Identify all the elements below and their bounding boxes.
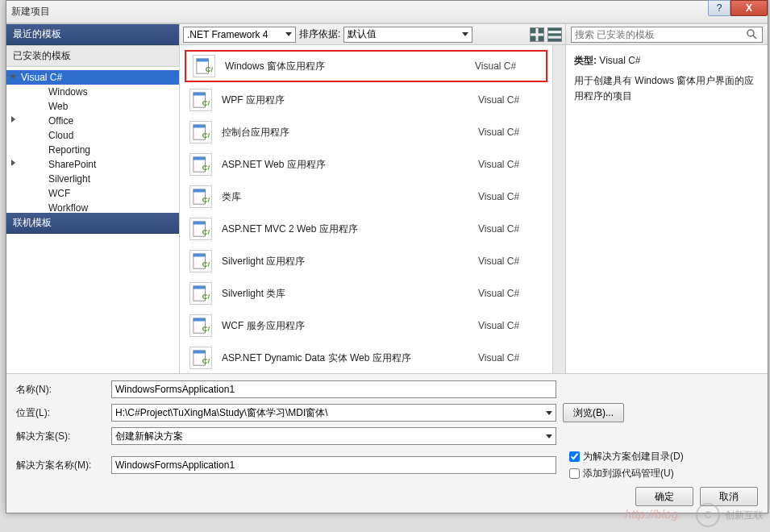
solname-input[interactable]: WindowsFormsApplication1 (111, 456, 556, 474)
template-name: Windows 窗体应用程序 (225, 60, 475, 73)
template-lang: Visual C# (478, 191, 543, 202)
chevron-down-icon (285, 32, 292, 36)
svg-rect-32 (194, 318, 206, 322)
tree-item[interactable]: Web (6, 99, 179, 114)
solution-label: 解决方案(S): (16, 430, 105, 443)
template-row[interactable]: C#控制台应用程序Visual C# (183, 116, 549, 148)
svg-text:C#: C# (202, 196, 210, 204)
template-lang: Visual C# (475, 60, 539, 72)
source-control-checkbox[interactable]: 添加到源代码管理(U) (569, 467, 684, 480)
tree-item[interactable]: Workflow (6, 201, 179, 213)
tree-item-label: Windows (48, 86, 88, 98)
tree-item[interactable]: WCF (6, 186, 179, 201)
template-row[interactable]: C#ASP.NET MVC 2 Web 应用程序Visual C# (183, 213, 549, 245)
framework-value: .NET Framework 4 (187, 29, 268, 40)
svg-text:C#: C# (202, 228, 210, 236)
sort-combo[interactable]: 默认值 (343, 27, 472, 43)
titlebar[interactable]: 新建项目 ? X (6, 1, 768, 23)
tree-item[interactable]: Office (6, 114, 179, 128)
svg-text:C#: C# (202, 99, 210, 107)
search-field[interactable] (575, 29, 746, 40)
ok-button[interactable]: 确定 (635, 487, 693, 506)
help-button[interactable]: ? (708, 0, 730, 16)
tree-item[interactable]: Silverlight (6, 172, 179, 186)
template-row[interactable]: C#Silverlight 类库Visual C# (183, 277, 549, 310)
view-details-button[interactable] (547, 27, 562, 42)
tree-item[interactable]: Windows (6, 85, 179, 99)
svg-rect-20 (194, 189, 206, 193)
template-icon: C# (189, 314, 212, 337)
sidebar-header-installed[interactable]: 已安装的模板 (6, 45, 179, 67)
framework-combo[interactable]: .NET Framework 4 (183, 27, 296, 43)
template-row[interactable]: C#Silverlight 应用程序Visual C# (183, 245, 549, 277)
template-row[interactable]: C#WCF 服务应用程序Visual C# (183, 310, 549, 342)
create-dir-checkbox[interactable]: 为解决方案创建目录(D) (569, 450, 684, 463)
chevron-down-icon (462, 32, 468, 36)
template-icon: C# (189, 153, 212, 176)
svg-text:C#: C# (202, 293, 210, 301)
template-name: Silverlight 类库 (222, 287, 478, 301)
sidebar: 最近的模板 已安装的模板 Visual C#WindowsWebOfficeCl… (6, 24, 180, 373)
search-input[interactable] (571, 27, 763, 43)
type-label: 类型: (574, 55, 597, 66)
svg-rect-0 (531, 28, 535, 33)
tree-item[interactable]: Visual C# (6, 70, 179, 85)
svg-point-37 (747, 30, 754, 36)
template-name: Silverlight 应用程序 (222, 255, 478, 268)
location-label: 位置(L): (16, 406, 105, 420)
svg-rect-14 (194, 125, 206, 128)
view-small-icons-button[interactable] (530, 27, 544, 42)
sort-label: 排序依据: (299, 27, 340, 41)
svg-text:C#: C# (202, 131, 210, 139)
svg-rect-2 (531, 35, 535, 40)
tree-item-label: WCF (48, 188, 70, 199)
template-icon: C# (189, 282, 212, 305)
template-icon: C# (189, 121, 212, 143)
template-row[interactable]: C#ASP.NET Dynamic Data 实体 Web 应用程序Visual… (183, 342, 549, 373)
svg-text:C#: C# (202, 260, 210, 268)
template-row[interactable]: C#Windows 窗体应用程序Visual C# (185, 50, 547, 82)
expand-icon (10, 75, 16, 82)
template-lang: Visual C# (478, 159, 543, 170)
center-panel: .NET Framework 4 排序依据: 默认值 C#Windows 窗体应… (180, 24, 566, 373)
svg-text:C#: C# (202, 325, 210, 333)
expand-icon (11, 160, 15, 166)
svg-rect-35 (194, 351, 206, 354)
name-input[interactable]: WindowsFormsApplication1 (111, 380, 556, 398)
template-name: ASP.NET MVC 2 Web 应用程序 (222, 222, 478, 236)
template-name: WCF 服务应用程序 (222, 319, 478, 333)
watermark-brand: C 创新互联 (696, 503, 764, 527)
template-name: ASP.NET Web 应用程序 (222, 158, 478, 172)
location-combo[interactable]: H:\C#Project\TuXingMa\Study\窗体学习\MDI窗体\ (111, 404, 556, 422)
tree-item[interactable]: Reporting (6, 143, 179, 157)
template-row[interactable]: C#ASP.NET Web 应用程序Visual C# (183, 148, 549, 181)
template-icon: C# (193, 55, 215, 77)
template-list[interactable]: C#Windows 窗体应用程序Visual C#C#WPF 应用程序Visua… (180, 45, 552, 373)
expand-icon (11, 116, 15, 123)
tree-item[interactable]: SharePoint (6, 157, 179, 172)
template-lang: Visual C# (478, 94, 543, 106)
template-icon: C# (189, 185, 212, 208)
browse-button[interactable]: 浏览(B)... (563, 403, 624, 422)
template-row[interactable]: C#WPF 应用程序Visual C# (183, 84, 549, 116)
template-lang: Visual C# (478, 127, 543, 138)
svg-text:C#: C# (206, 65, 213, 73)
close-button[interactable]: X (730, 0, 768, 16)
chevron-down-icon (546, 434, 552, 438)
template-lang: Visual C# (478, 223, 543, 235)
template-row[interactable]: C#类库Visual C# (183, 181, 549, 213)
template-name: ASP.NET Dynamic Data 实体 Web 应用程序 (222, 351, 478, 365)
watermark-icon: C (696, 503, 720, 527)
svg-rect-5 (548, 33, 561, 35)
tree-item[interactable]: Cloud (6, 128, 179, 143)
type-value: Visual C# (599, 55, 640, 66)
solution-combo[interactable]: 创建新解决方案 (111, 427, 556, 445)
template-icon: C# (189, 347, 212, 369)
tree-item-label: Web (48, 101, 68, 112)
sidebar-header-online[interactable]: 联机模板 (6, 213, 179, 234)
template-icon: C# (189, 218, 212, 240)
chevron-down-icon (546, 411, 552, 415)
svg-line-38 (753, 35, 756, 39)
scrollbar[interactable] (552, 45, 565, 373)
sidebar-header-recent[interactable]: 最近的模板 (6, 24, 179, 45)
